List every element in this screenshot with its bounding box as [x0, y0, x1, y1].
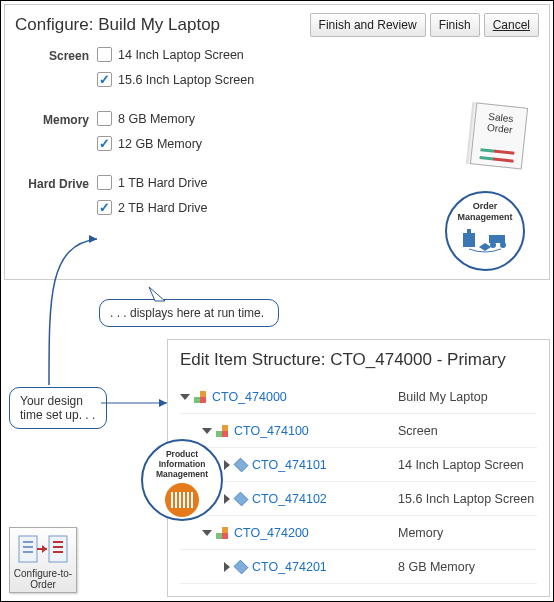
- option-item: 15.6 Inch Laptop Screen: [97, 72, 539, 87]
- sales-order-illustration: Sales Order: [473, 105, 529, 175]
- option-group-label: Screen: [15, 47, 97, 97]
- callout-runtime-text: . . . displays here at run time.: [110, 306, 264, 320]
- configure-title: Configure: Build My Laptop: [15, 15, 220, 35]
- sales-order-label: Sales Order: [486, 111, 513, 136]
- tree-row: CTO_4742018 GB Memory: [180, 550, 537, 584]
- item-description: 15.6 Inch Laptop Screen: [398, 492, 534, 506]
- component-group-icon: [216, 425, 230, 437]
- chevron-down-icon[interactable]: [202, 530, 212, 536]
- item-code-link[interactable]: CTO_474100: [234, 424, 309, 438]
- option-item-label: 8 GB Memory: [118, 112, 195, 126]
- callout-design-text: Your design time set up. . .: [20, 394, 95, 422]
- chevron-right-icon[interactable]: [224, 460, 230, 470]
- svg-marker-7: [159, 399, 167, 407]
- tree-node: CTO_474200: [180, 526, 380, 540]
- order-management-label: Order Management: [447, 201, 523, 223]
- option-group-label: Hard Drive: [15, 175, 97, 225]
- option-group-label: Memory: [15, 111, 97, 161]
- option-item-label: 15.6 Inch Laptop Screen: [118, 73, 254, 87]
- svg-point-4: [500, 242, 506, 248]
- item-code-link[interactable]: CTO_474201: [252, 560, 327, 574]
- cancel-button[interactable]: Cancel: [484, 13, 539, 37]
- configure-panel: Configure: Build My Laptop Finish and Re…: [4, 4, 550, 280]
- svg-rect-12: [49, 536, 67, 562]
- option-item: 14 Inch Laptop Screen: [97, 47, 539, 62]
- svg-marker-17: [42, 545, 47, 553]
- component-group-icon: [216, 527, 230, 539]
- option-checkbox[interactable]: [97, 200, 112, 215]
- chevron-right-icon[interactable]: [224, 562, 230, 572]
- header-buttons: Finish and Review Finish Cancel: [310, 13, 539, 37]
- finish-review-button[interactable]: Finish and Review: [310, 13, 426, 37]
- tree-row: CTO_47410114 Inch Laptop Screen: [180, 448, 537, 482]
- item-cube-icon: [234, 559, 249, 574]
- configure-to-order-icon: [17, 532, 69, 566]
- item-description: Screen: [398, 424, 438, 438]
- supply-chain-icon: [459, 225, 511, 255]
- option-item-label: 12 GB Memory: [118, 137, 202, 151]
- svg-point-3: [490, 242, 496, 248]
- option-group: Memory8 GB Memory12 GB Memory: [15, 111, 539, 161]
- tree-row: CTO_474000Build My Laptop: [180, 380, 537, 414]
- item-description: Build My Laptop: [398, 390, 488, 404]
- component-group-icon: [194, 391, 208, 403]
- item-cube-icon: [234, 491, 249, 506]
- item-description: 8 GB Memory: [398, 560, 475, 574]
- svg-marker-5: [479, 243, 491, 251]
- edit-item-structure-panel: Edit Item Structure: CTO_474000 - Primar…: [167, 339, 550, 597]
- pim-label: Product Information Management: [143, 449, 221, 479]
- item-cube-icon: [234, 457, 249, 472]
- option-item-label: 2 TB Hard Drive: [118, 201, 207, 215]
- option-checkbox[interactable]: [97, 72, 112, 87]
- option-checkbox[interactable]: [97, 136, 112, 151]
- chevron-down-icon[interactable]: [202, 428, 212, 434]
- chevron-down-icon[interactable]: [180, 394, 190, 400]
- callout-design: Your design time set up. . .: [9, 387, 107, 429]
- configure-header: Configure: Build My Laptop Finish and Re…: [15, 13, 539, 37]
- tree-node: CTO_474000: [180, 390, 380, 404]
- order-management-badge: Order Management: [445, 191, 525, 271]
- option-group: Screen14 Inch Laptop Screen15.6 Inch Lap…: [15, 47, 539, 97]
- tree-node: CTO_474201: [180, 560, 380, 574]
- svg-rect-8: [19, 536, 37, 562]
- item-description: 14 Inch Laptop Screen: [398, 458, 524, 472]
- chevron-right-icon[interactable]: [224, 494, 230, 504]
- option-checkbox[interactable]: [97, 111, 112, 126]
- option-item-label: 14 Inch Laptop Screen: [118, 48, 244, 62]
- item-code-link[interactable]: CTO_474101: [252, 458, 327, 472]
- svg-rect-1: [467, 229, 471, 235]
- item-code-link[interactable]: CTO_474200: [234, 526, 309, 540]
- configure-to-order-badge: Configure-to-Order: [9, 527, 77, 593]
- svg-rect-2: [489, 235, 505, 243]
- product-information-management-badge: Product Information Management: [141, 439, 223, 521]
- item-code-link[interactable]: CTO_474000: [212, 390, 287, 404]
- edit-item-structure-title: Edit Item Structure: CTO_474000 - Primar…: [180, 350, 537, 370]
- finish-button[interactable]: Finish: [430, 13, 480, 37]
- tree-row: CTO_474100Screen: [180, 414, 537, 448]
- tree-node: CTO_474100: [180, 424, 380, 438]
- tree-row: CTO_47410215.6 Inch Laptop Screen: [180, 482, 537, 516]
- svg-rect-0: [463, 233, 475, 247]
- option-item-label: 1 TB Hard Drive: [118, 176, 207, 190]
- option-items: 14 Inch Laptop Screen15.6 Inch Laptop Sc…: [97, 47, 539, 97]
- option-checkbox[interactable]: [97, 47, 112, 62]
- item-description: Memory: [398, 526, 443, 540]
- configure-to-order-label: Configure-to-Order: [12, 568, 74, 590]
- callout-design-tail-icon: [101, 395, 171, 415]
- callout-runtime: . . . displays here at run time.: [99, 299, 279, 327]
- option-item: 1 TB Hard Drive: [97, 175, 539, 190]
- barcode-icon: [165, 483, 199, 517]
- option-checkbox[interactable]: [97, 175, 112, 190]
- item-code-link[interactable]: CTO_474102: [252, 492, 327, 506]
- tree-row: CTO_474200Memory: [180, 516, 537, 550]
- sales-order-doc-icon: Sales Order: [470, 102, 528, 169]
